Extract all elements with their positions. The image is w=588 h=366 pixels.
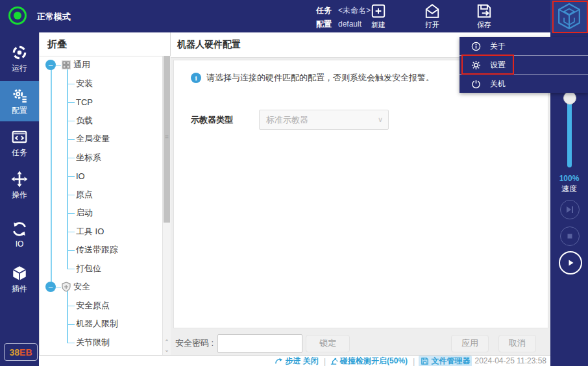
config-tree: −通用安装TCP负载全局变量坐标系IO原点启动工具 IO传送带跟踪打包位−安全安… <box>40 56 163 354</box>
step-icon <box>275 357 283 365</box>
config-icon <box>11 86 28 103</box>
sidebar-item-label: 操作 <box>12 189 27 201</box>
sidebar-item-task[interactable]: 任务 <box>0 123 39 164</box>
collapse-all-label: 折叠 <box>47 38 67 51</box>
info-banner: i 请选择与连接的硬件匹配的配置，否则系统会触发安全报警。 <box>191 72 434 84</box>
tree-child-item[interactable]: 打包位 <box>40 260 163 278</box>
tree-child-item[interactable]: 机器人限制 <box>40 315 163 334</box>
menu-item-label: 关机 <box>490 79 506 90</box>
menu-item-power[interactable]: 关机 <box>459 75 588 93</box>
play-icon <box>567 259 574 267</box>
move-icon <box>11 171 28 188</box>
tree-root-item[interactable]: −通用 <box>40 56 163 75</box>
chevron-down-icon: ∨ <box>378 116 383 124</box>
sidebar-item-io[interactable]: IO <box>0 214 39 254</box>
left-sidebar: 运行配置任务操作IO插件 <box>0 0 39 366</box>
info-icon <box>471 42 490 51</box>
speed-label: 速度 <box>550 184 588 195</box>
sidebar-item-run[interactable]: 运行 <box>0 39 39 79</box>
new-file-icon <box>370 3 387 19</box>
speed-value: 100% <box>550 174 588 183</box>
version-badge: 38EB <box>4 343 38 361</box>
tree-child-item[interactable]: TCP <box>40 93 163 112</box>
app-logo[interactable] <box>550 0 588 32</box>
page-title: 机器人硬件配置 <box>177 39 241 51</box>
apply-button[interactable]: 应用 <box>451 335 489 352</box>
tree-node-label: 负载 <box>76 115 93 127</box>
safety-password-label: 安全密码 : <box>175 337 214 349</box>
lock-button[interactable]: 锁定 <box>306 335 350 352</box>
sidebar-item-label: 配置 <box>12 105 27 116</box>
tree-scrollbar-thumb[interactable] <box>164 56 170 223</box>
menu-item-info[interactable]: 关于 <box>459 37 588 56</box>
collapse-node-icon[interactable]: − <box>45 282 56 292</box>
stop-button[interactable] <box>560 226 580 246</box>
tree-node-label: IO <box>76 171 85 181</box>
tree-node-label: 安装 <box>76 78 93 90</box>
mode-label: 正常模式 <box>37 11 71 23</box>
gear-icon <box>471 60 490 70</box>
tree-root-item[interactable]: −安全 <box>40 278 163 297</box>
save-icon <box>476 3 493 19</box>
power-icon <box>471 79 490 89</box>
sidebar-item-plugin[interactable]: 插件 <box>0 260 39 300</box>
scroll-up-arrow[interactable]: ⌃ <box>163 338 171 346</box>
skip-icon <box>566 206 574 214</box>
tree-child-item[interactable]: 负载 <box>40 112 163 130</box>
status-separator: | <box>413 356 415 366</box>
pendant-type-value: 标准示教器 <box>266 114 308 126</box>
top-bar: 正常模式 任务<未命名> 配置default 新建 打开 保存 <box>0 0 588 32</box>
grid-icon <box>61 60 71 70</box>
tree-child-item[interactable]: 全局变量 <box>40 130 163 149</box>
tree-scrollbar[interactable]: ⌃ ⌄ <box>162 56 171 355</box>
content-card: i 请选择与连接的硬件匹配的配置，否则系统会触发安全报警。 示教器类型 标准示教… <box>173 60 548 328</box>
file-manager-icon <box>421 357 429 365</box>
tree-child-item[interactable]: 原点 <box>40 186 163 204</box>
task-icon <box>11 128 28 145</box>
tree-child-item[interactable]: 传送带跟踪 <box>40 241 163 260</box>
open-button-label: 打开 <box>425 20 439 30</box>
sidebar-item-label: 插件 <box>12 284 27 295</box>
safety-password-input[interactable] <box>217 334 302 353</box>
cancel-button[interactable]: 取消 <box>498 335 536 352</box>
info-text: 请选择与连接的硬件匹配的配置，否则系统会触发安全报警。 <box>206 72 434 84</box>
new-button[interactable]: 新建 <box>360 3 397 31</box>
speed-slider[interactable] <box>567 97 572 167</box>
tree-child-item[interactable]: IO <box>40 167 163 186</box>
step-mode-status[interactable]: 步进 关闭 <box>275 356 318 366</box>
badge-text: 38 <box>9 347 19 358</box>
plugin-icon <box>11 265 28 282</box>
tree-node-label: 关节限制 <box>76 337 110 348</box>
play-button[interactable] <box>559 251 582 274</box>
tree-child-item[interactable]: 安全原点 <box>40 297 163 315</box>
tree-header[interactable]: 折叠 <box>40 32 163 56</box>
pendant-type-select[interactable]: 标准示教器 ∨ <box>259 110 389 130</box>
save-button[interactable]: 保存 <box>466 3 502 31</box>
tree-node-label: 原点 <box>76 189 93 201</box>
sidebar-item-label: 任务 <box>12 147 27 158</box>
tree-node-label: 机器人限制 <box>76 318 118 330</box>
info-icon: i <box>191 73 201 83</box>
step-forward-button[interactable] <box>560 200 580 219</box>
app-menu: 关于设置关机 <box>459 37 588 93</box>
sidebar-item-label: IO <box>16 239 24 249</box>
speed-slider-handle[interactable] <box>563 92 576 104</box>
sidebar-item-config[interactable]: 配置 <box>0 81 39 121</box>
tree-node-label: 打包位 <box>76 263 101 274</box>
shield-icon <box>61 282 71 292</box>
scroll-down-arrow[interactable]: ⌄ <box>163 346 171 354</box>
collapse-node-icon[interactable]: − <box>45 60 56 70</box>
file-manager-button[interactable]: 文件管理器 <box>419 356 472 366</box>
tree-child-item[interactable]: 启动 <box>40 204 163 223</box>
tree-child-item[interactable]: 关节限制 <box>40 334 163 352</box>
tree-child-item[interactable]: 安装 <box>40 75 163 93</box>
tree-node-label: 传送带跟踪 <box>76 244 118 256</box>
tree-child-item[interactable]: 坐标系 <box>40 149 163 167</box>
cube-logo-icon <box>557 3 582 30</box>
open-button[interactable]: 打开 <box>414 3 450 31</box>
config-tree-panel: 折叠 −通用安装TCP负载全局变量坐标系IO原点启动工具 IO传送带跟踪打包位−… <box>39 32 163 355</box>
menu-item-gear[interactable]: 设置 <box>459 56 588 75</box>
collision-detect-status[interactable]: 碰撞检测开启(50%) <box>330 356 408 366</box>
tree-child-item[interactable]: 工具 IO <box>40 223 163 241</box>
sidebar-item-move[interactable]: 操作 <box>0 165 39 206</box>
